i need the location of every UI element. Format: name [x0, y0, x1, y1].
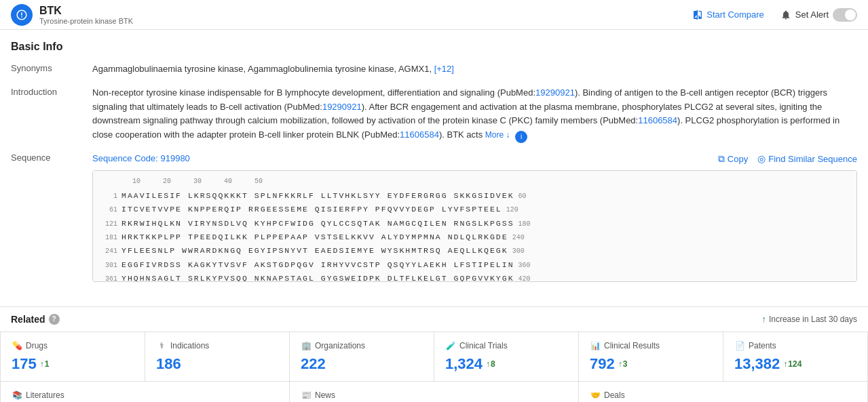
stats-cell-header-deals: 🤝 Deals — [590, 390, 856, 401]
indications-value: 186 — [156, 355, 278, 373]
intro-pubmed4-link[interactable]: 11606584 — [400, 129, 439, 140]
related-label: Related — [11, 314, 45, 325]
seq-row: 61 ITCVETVVPE KNPPERQIP RRGEESSEME QISIE… — [100, 203, 850, 216]
indications-label: Indications — [170, 341, 209, 350]
clinical-trials-value: 1,324 ↑ 8 — [445, 355, 567, 373]
drugs-delta-arrow: ↑ — [40, 359, 44, 369]
sequence-row: Sequence Sequence Code: 919980 ⧉ Copy ◎ … — [11, 152, 857, 282]
intro-more-link[interactable]: More ↓ — [485, 130, 510, 140]
copy-sequence-button[interactable]: ⧉ Copy — [718, 153, 748, 165]
clinical-results-delta-value: 3 — [623, 359, 628, 369]
related-meta-text: Increase in Last 30 days — [769, 315, 857, 324]
related-meta: ↑ Increase in Last 30 days — [761, 314, 857, 324]
similar-icon: ◎ — [757, 153, 766, 164]
clinical-trials-delta-value: 8 — [491, 359, 495, 369]
clinical-trials-label: Clinical Trials — [459, 341, 508, 350]
stats-cell-literatures[interactable]: 📚 Literatures 3,679 — [1, 382, 290, 402]
seq-row: 121 RKRWIHQLKN VIRYNSDLVQ KYHPCFWIDG QYL… — [100, 218, 850, 230]
related-title: Related ? — [11, 314, 60, 325]
intro-pubmed1-link[interactable]: 19290921 — [535, 87, 575, 98]
header-title-block: BTK Tyrosine-protein kinase BTK — [39, 4, 687, 25]
stats-cell-patents[interactable]: 📄 Patents 13,382 ↑ 124 — [723, 332, 868, 382]
clinical-results-delta: ↑ 3 — [618, 359, 628, 369]
sequence-box[interactable]: 10 20 30 40 50 1 MAAVILESIF LKRSQQKKKT S… — [92, 170, 857, 282]
sequence-label: Sequence — [11, 152, 92, 163]
bell-icon — [780, 9, 791, 20]
clinical-results-value: 792 ↑ 3 — [590, 355, 712, 373]
sequence-code[interactable]: Sequence Code: 919980 — [92, 152, 190, 166]
clinical-trials-delta: ↑ 8 — [486, 359, 495, 369]
gene-logo — [11, 4, 33, 26]
grid-icon: ⚕ — [156, 340, 167, 351]
header-actions: Start Compare Set Alert — [687, 7, 857, 23]
stats-grid: 💊 Drugs 175 ↑ 1 ⚕ Indications 186 🏢 Orga… — [0, 331, 868, 382]
synonyms-label: Synonyms — [11, 62, 92, 73]
synonyms-value: Agammaglobulinaemia tyrosine kinase, Aga… — [92, 62, 857, 77]
compare-icon — [692, 9, 703, 20]
stats-cell-header-indications: ⚕ Indications — [156, 340, 278, 351]
basic-info-title: Basic Info — [11, 41, 857, 53]
clinical-results-label: Clinical Results — [604, 341, 660, 350]
organizations-label: Organizations — [315, 341, 365, 350]
patents-delta: ↑ 124 — [783, 359, 801, 369]
seq-row: 361 YHQHNSAGLT SRLKYPVSQQ NKNAPSTAGL GYG… — [100, 273, 850, 282]
set-alert-label: Set Alert — [795, 9, 829, 20]
doc-icon: 📄 — [734, 340, 745, 351]
copy-label: Copy — [728, 154, 748, 164]
gene-name: BTK — [39, 4, 687, 17]
stats-cell-deals[interactable]: 🤝 Deals 25 — [579, 382, 868, 402]
gene-full-name: Tyrosine-protein kinase BTK — [39, 17, 687, 25]
stats-cell-header-drugs: 💊 Drugs — [12, 340, 134, 351]
clinical-results-number: 792 — [590, 355, 615, 373]
seq-row: 1 MAAVILESIF LKRSQQKKKT SPLNFKKRLF LLTVH… — [100, 190, 850, 202]
synonyms-text: Agammaglobulinaemia tyrosine kinase, Aga… — [92, 64, 432, 74]
clinical-results-delta-arrow: ↑ — [618, 359, 622, 369]
copy-icon: ⧉ — [718, 153, 725, 165]
drugs-delta: ↑ 1 — [40, 359, 50, 369]
stats-cell-drugs[interactable]: 💊 Drugs 175 ↑ 1 — [1, 332, 145, 382]
drugs-number: 175 — [12, 355, 37, 373]
building-icon: 🏢 — [301, 340, 312, 351]
flask-icon: 🧪 — [445, 340, 456, 351]
set-alert-toggle[interactable] — [833, 8, 857, 22]
stats-cell-header-literatures: 📚 Literatures — [12, 390, 278, 401]
stats-cell-clinical-trials[interactable]: 🧪 Clinical Trials 1,324 ↑ 8 — [434, 332, 579, 382]
start-compare-button[interactable]: Start Compare — [687, 7, 770, 23]
drugs-delta-value: 1 — [45, 359, 50, 369]
intro-badge: i — [515, 131, 527, 143]
intro-pubmed2-link[interactable]: 19290921 — [322, 102, 362, 112]
start-compare-label: Start Compare — [706, 9, 764, 20]
stats-cell-organizations[interactable]: 🏢 Organizations 222 — [290, 332, 434, 382]
stats-cell-header-patents: 📄 Patents — [734, 340, 856, 351]
intro-value: Non-receptor tyrosine kinase indispensab… — [92, 86, 857, 142]
seq-actions: ⧉ Copy ◎ Find Similar Sequence — [718, 153, 857, 165]
deals-label: Deals — [604, 390, 625, 400]
drugs-label: Drugs — [26, 341, 48, 350]
find-similar-button[interactable]: ◎ Find Similar Sequence — [757, 153, 857, 164]
intro-text-1: Non-receptor tyrosine kinase indispensab… — [92, 87, 535, 98]
main-content: Basic Info Synonyms Agammaglobulinaemia … — [0, 30, 868, 298]
stats-cell-indications[interactable]: ⚕ Indications 186 — [145, 332, 290, 382]
header: BTK Tyrosine-protein kinase BTK Start Co… — [0, 0, 868, 30]
intro-pubmed3-link[interactable]: 11606584 — [638, 115, 677, 125]
drugs-value: 175 ↑ 1 — [12, 355, 134, 373]
set-alert-group: Set Alert — [780, 8, 857, 22]
stats-cell-news[interactable]: 📰 News 681 ↑ 27 — [290, 382, 579, 402]
clinical-trials-delta-arrow: ↑ — [486, 359, 490, 369]
organizations-value: 222 — [301, 355, 423, 373]
literatures-label: Literatures — [26, 390, 64, 400]
synonyms-more-link[interactable]: [+12] — [434, 64, 454, 74]
sequence-value: Sequence Code: 919980 ⧉ Copy ◎ Find Simi… — [92, 152, 857, 282]
find-similar-label: Find Similar Sequence — [768, 154, 857, 164]
introduction-row: Introduction Non-receptor tyrosine kinas… — [11, 86, 857, 142]
handshake-icon: 🤝 — [590, 390, 601, 401]
increase-arrow-icon: ↑ — [761, 314, 766, 324]
indications-number: 186 — [156, 355, 181, 373]
news-icon: 📰 — [301, 390, 312, 401]
related-info-icon[interactable]: ? — [49, 314, 60, 325]
stats-grid2: 📚 Literatures 3,679 📰 News 681 ↑ 27 🤝 De… — [0, 382, 868, 402]
stats-cell-header-clinical-trials: 🧪 Clinical Trials — [445, 340, 567, 351]
chart-icon: 📊 — [590, 340, 601, 351]
stats-cell-clinical-results[interactable]: 📊 Clinical Results 792 ↑ 3 — [579, 332, 723, 382]
book-icon: 📚 — [12, 390, 22, 401]
